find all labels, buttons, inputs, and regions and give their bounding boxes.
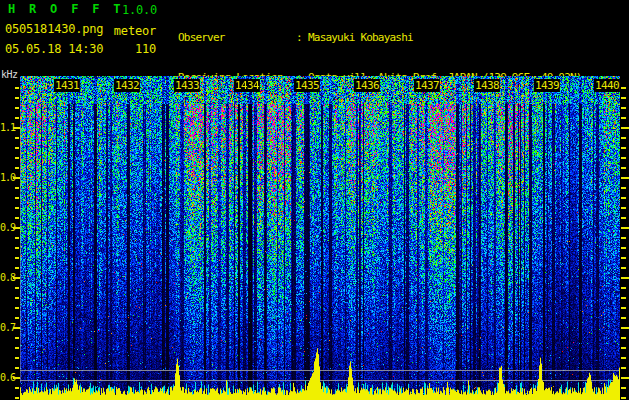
y-axis-minor-tick xyxy=(621,347,626,349)
time-label: 1435 xyxy=(294,79,320,92)
y-axis-minor-tick xyxy=(15,97,19,99)
y-axis-major-tick xyxy=(621,377,629,379)
output-filename: 0505181430.png xyxy=(5,22,103,36)
y-axis-tick-label: 1.0 xyxy=(0,172,12,184)
y-axis-minor-tick xyxy=(621,137,626,139)
y-axis-minor-tick xyxy=(621,267,626,269)
y-axis-minor-tick xyxy=(15,367,19,369)
y-axis-tick-label: 1.1 xyxy=(0,122,12,134)
y-axis-minor-tick xyxy=(621,367,626,369)
app-title: H R O F F T xyxy=(8,2,124,16)
y-axis-minor-tick xyxy=(621,207,626,209)
y-axis-minor-tick xyxy=(621,107,626,109)
station-row-observer: Observer:Masayuki Kobayashi xyxy=(178,31,582,45)
y-axis-minor-tick xyxy=(621,287,626,289)
station-label: Observer xyxy=(178,31,296,45)
y-axis-major-tick xyxy=(13,327,20,329)
station-value: Masayuki Kobayashi xyxy=(308,31,413,45)
y-axis-minor-tick xyxy=(15,307,19,309)
mode-label: meteor xyxy=(100,24,156,38)
y-axis-minor-tick xyxy=(621,307,626,309)
y-axis-minor-tick xyxy=(621,217,626,219)
y-axis-minor-tick xyxy=(621,297,626,299)
y-axis-minor-tick xyxy=(15,397,19,399)
y-axis-minor-tick xyxy=(15,237,19,239)
echo-count: 110 xyxy=(100,42,156,56)
y-axis-minor-tick xyxy=(15,187,19,189)
y-axis-tick-label: 0.8 xyxy=(0,272,12,284)
time-label: 1436 xyxy=(354,79,380,92)
y-axis-minor-tick xyxy=(15,337,19,339)
y-axis-minor-tick xyxy=(621,167,626,169)
y-axis-minor-tick xyxy=(621,187,626,189)
y-axis-minor-tick xyxy=(621,87,626,89)
y-axis-minor-tick xyxy=(15,117,19,119)
y-axis-major-tick xyxy=(621,227,629,229)
app-version: 1.0.0 xyxy=(122,3,157,17)
y-axis-unit-label: kHz xyxy=(1,69,18,80)
time-label: 1439 xyxy=(534,79,560,92)
y-axis-tick-label: 0.6 xyxy=(0,372,12,384)
y-axis-minor-tick xyxy=(621,317,626,319)
y-axis-major-tick xyxy=(13,227,20,229)
time-label: 1433 xyxy=(174,79,200,92)
spectrogram-canvas xyxy=(20,76,620,400)
y-axis-minor-tick xyxy=(15,317,19,319)
y-axis-minor-tick xyxy=(15,357,19,359)
y-axis-major-tick xyxy=(13,377,20,379)
y-axis-minor-tick xyxy=(621,337,626,339)
y-axis-minor-tick xyxy=(15,207,19,209)
y-axis-minor-tick xyxy=(15,137,19,139)
y-axis-minor-tick xyxy=(621,117,626,119)
y-axis-minor-tick xyxy=(621,257,626,259)
y-axis-major-tick xyxy=(13,127,20,129)
y-axis-major-tick xyxy=(621,127,629,129)
y-axis-minor-tick xyxy=(621,387,626,389)
y-axis-minor-tick xyxy=(15,287,19,289)
y-axis-minor-tick xyxy=(15,267,19,269)
hrofft-window: H R O F F T 1.0.0 0505181430.png meteor … xyxy=(0,0,629,400)
time-label: 1440 xyxy=(594,79,620,92)
y-axis-major-tick xyxy=(13,277,20,279)
y-axis-minor-tick xyxy=(621,247,626,249)
y-axis-minor-tick xyxy=(15,167,19,169)
y-axis-minor-tick xyxy=(621,147,626,149)
y-axis-minor-tick xyxy=(15,107,19,109)
y-axis-major-tick xyxy=(13,177,20,179)
y-axis-minor-tick xyxy=(15,347,19,349)
y-axis-major-tick xyxy=(621,277,629,279)
y-axis-tick-label: 0.7 xyxy=(0,322,12,334)
y-axis-major-tick xyxy=(621,177,629,179)
time-label: 1437 xyxy=(414,79,440,92)
y-axis-minor-tick xyxy=(621,97,626,99)
y-axis-minor-tick xyxy=(15,87,19,89)
y-axis-minor-tick xyxy=(621,197,626,199)
y-axis-minor-tick xyxy=(15,147,19,149)
station-colon: : xyxy=(296,31,308,45)
y-axis-minor-tick xyxy=(15,257,19,259)
observation-datetime: 05.05.18 14:30 xyxy=(5,42,103,56)
time-label: 1432 xyxy=(114,79,140,92)
y-axis-minor-tick xyxy=(15,217,19,219)
time-label: 1431 xyxy=(54,79,80,92)
y-axis-minor-tick xyxy=(15,157,19,159)
y-axis-minor-tick xyxy=(621,357,626,359)
y-axis-minor-tick xyxy=(15,387,19,389)
time-label: 1434 xyxy=(234,79,260,92)
time-label: 1438 xyxy=(474,79,500,92)
y-axis-tick-label: 0.9 xyxy=(0,222,12,234)
y-axis-minor-tick xyxy=(621,237,626,239)
y-axis-minor-tick xyxy=(15,247,19,249)
y-axis-major-tick xyxy=(621,327,629,329)
y-axis-minor-tick xyxy=(15,197,19,199)
y-axis-minor-tick xyxy=(621,397,626,399)
y-axis-minor-tick xyxy=(15,297,19,299)
y-axis-minor-tick xyxy=(621,157,626,159)
